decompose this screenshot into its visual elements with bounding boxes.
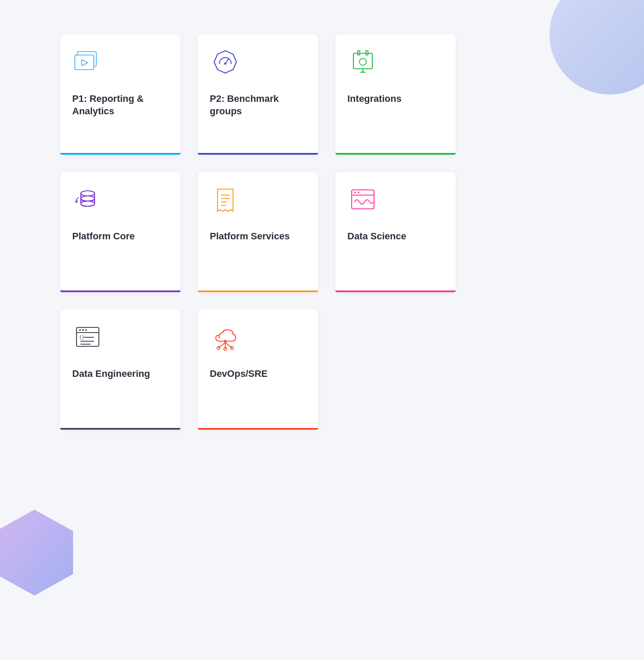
svg-marker-4 [214, 51, 236, 73]
card-label: Data Engineering [72, 368, 150, 380]
card-accent-bar [60, 153, 181, 155]
svg-marker-18 [75, 201, 78, 203]
svg-point-30 [82, 329, 84, 331]
svg-marker-0 [0, 510, 73, 596]
svg-point-17 [81, 201, 95, 206]
card-accent-bar [60, 428, 181, 430]
svg-rect-2 [75, 55, 94, 70]
card-integrations[interactable]: Integrations [335, 34, 456, 155]
card-accent-bar [335, 153, 456, 155]
card-label: Platform Core [72, 230, 135, 243]
card-data-engineering[interactable]: {} Data Engineering [60, 309, 181, 430]
svg-rect-9 [353, 53, 372, 69]
card-label: DevOps/SRE [210, 368, 268, 380]
receipt-icon [210, 186, 241, 217]
card-label: P1: Reporting & Analytics [72, 93, 169, 117]
svg-point-26 [358, 192, 359, 193]
card-label: Platform Services [210, 230, 290, 243]
card-devops-sre[interactable]: DevOps/SRE [198, 309, 318, 430]
chart-window-icon [347, 186, 378, 217]
card-accent-bar [60, 290, 181, 292]
plug-icon [347, 48, 378, 79]
card-accent-bar [198, 290, 318, 292]
card-accent-bar [198, 153, 318, 155]
card-reporting-analytics[interactable]: P1: Reporting & Analytics [60, 34, 181, 155]
svg-point-6 [224, 63, 227, 65]
svg-point-15 [81, 191, 95, 196]
card-label: P2: Benchmark groups [210, 93, 306, 117]
card-accent-bar [198, 428, 318, 430]
svg-point-12 [359, 58, 366, 65]
video-layers-icon [72, 48, 103, 79]
card-accent-bar [335, 290, 456, 292]
background-hexagon [0, 505, 86, 608]
speedometer-icon [210, 48, 241, 79]
svg-point-36 [224, 340, 227, 342]
svg-text:{}: {} [79, 335, 84, 339]
svg-point-16 [81, 196, 95, 201]
svg-point-25 [354, 192, 356, 193]
card-platform-core[interactable]: Platform Core [60, 172, 181, 292]
card-benchmark-groups[interactable]: P2: Benchmark groups [198, 34, 318, 155]
svg-point-29 [79, 329, 81, 331]
card-label: Data Science [347, 230, 406, 243]
card-platform-services[interactable]: Platform Services [198, 172, 318, 292]
cloud-network-icon [210, 323, 241, 354]
card-data-science[interactable]: Data Science [335, 172, 456, 292]
card-label: Integrations [347, 93, 402, 105]
cards-grid: P1: Reporting & Analytics P2: Benchmark … [0, 0, 644, 430]
svg-point-31 [85, 329, 87, 331]
database-icon [72, 186, 103, 217]
code-window-icon: {} [72, 323, 103, 354]
